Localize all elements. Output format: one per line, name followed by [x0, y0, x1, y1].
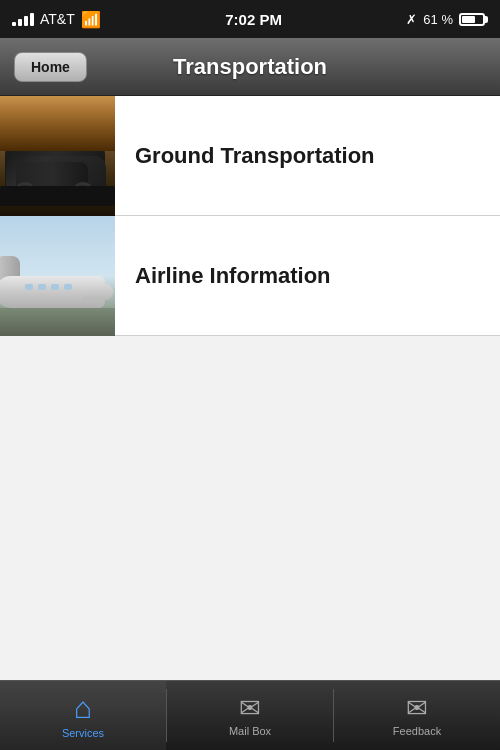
tab-services-label: Services	[62, 727, 104, 739]
mailbox-envelope-icon: ✉	[239, 695, 261, 721]
status-left: AT&T 📶	[12, 10, 101, 29]
car-wheel-rear	[72, 182, 94, 204]
plane-nose	[83, 284, 113, 300]
signal-icon	[12, 12, 34, 26]
airline-information-label: Airline Information	[115, 263, 500, 289]
page-title: Transportation	[173, 54, 327, 80]
plane-windows	[25, 284, 72, 290]
time-label: 7:02 PM	[225, 11, 282, 28]
main-content: Ground Transportation Airline Informa	[0, 96, 500, 680]
feedback-envelope-icon: ✉	[406, 695, 428, 721]
ground-transportation-image	[0, 96, 115, 216]
status-bar: AT&T 📶 7:02 PM ✗ 61 %	[0, 0, 500, 38]
tab-mailbox[interactable]: ✉ Mail Box	[167, 681, 333, 750]
wifi-icon: 📶	[81, 10, 101, 29]
plane-scene-graphic	[0, 216, 115, 336]
tab-feedback[interactable]: ✉ Feedback	[334, 681, 500, 750]
carrier-label: AT&T	[40, 11, 75, 27]
tab-bar: ⌂ Services ✉ Mail Box ✉ Feedback	[0, 680, 500, 750]
tab-feedback-label: Feedback	[393, 725, 441, 737]
bluetooth-icon: ✗	[406, 12, 417, 27]
airline-information-image	[0, 216, 115, 336]
car-background	[0, 96, 115, 151]
car-roof	[16, 162, 88, 190]
tab-mailbox-label: Mail Box	[229, 725, 271, 737]
plane-ground	[0, 308, 115, 336]
car-wheel-front	[14, 182, 36, 204]
house-icon: ⌂	[74, 693, 92, 723]
tab-services[interactable]: ⌂ Services	[0, 681, 166, 750]
list-item-airline-information[interactable]: Airline Information	[0, 216, 500, 336]
battery-label: 61 %	[423, 12, 453, 27]
home-button[interactable]: Home	[14, 52, 87, 82]
car-scene-graphic	[0, 96, 115, 216]
nav-bar: Home Transportation	[0, 38, 500, 96]
list-item-ground-transportation[interactable]: Ground Transportation	[0, 96, 500, 216]
battery-icon	[459, 13, 488, 26]
status-right: ✗ 61 %	[406, 12, 488, 27]
ground-transportation-label: Ground Transportation	[115, 143, 500, 169]
